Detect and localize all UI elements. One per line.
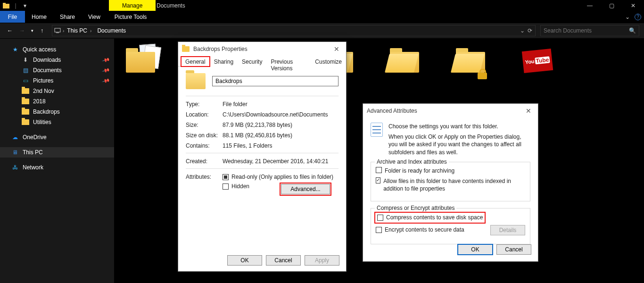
recent-locations-dropdown[interactable]: ▾ [29,25,35,36]
hidden-checkbox[interactable] [223,183,229,190]
svg-rect-3 [56,33,59,33]
search-box[interactable]: 🔍 [540,25,639,36]
maximize-button[interactable]: ▢ [601,0,622,11]
svg-rect-1 [3,3,6,4]
archive-index-group: Archive and Index attributes Folder is r… [371,162,530,202]
folder-item-locked[interactable] [453,43,490,81]
minimize-button[interactable]: — [579,0,601,11]
folder-icon [22,119,29,125]
network-icon: 🖧 [11,164,19,171]
file-tab[interactable]: File [0,11,25,23]
pictures-icon: ▭ [22,77,29,84]
settings-list-icon [371,123,383,137]
advanced-button[interactable]: Advanced... [281,184,330,194]
pc-icon: 🖥 [11,149,19,156]
folder-item-youtube[interactable]: YouTube [519,43,556,81]
search-icon[interactable]: 🔍 [629,27,636,34]
sidebar-2nd-nov[interactable]: 2nd Nov [0,86,114,96]
nav-tree: ★Quick access ⬇Downloads📌 ▤Documents📌 ▭P… [0,39,115,283]
breadcrumb[interactable]: › This PC› Documents ⌄ ⟳ [52,25,536,36]
archive-checkbox[interactable] [376,167,382,173]
home-tab[interactable]: Home [25,11,53,23]
back-button[interactable]: ← [5,25,15,36]
sidebar-utilities[interactable]: Utilities [0,117,114,127]
cloud-icon: ☁ [11,133,19,141]
sidebar-quick-access[interactable]: ★Quick access [0,44,114,55]
encrypt-checkbox[interactable] [376,227,382,233]
pin-icon: 📌 [102,66,111,75]
label-type: Type: [186,101,223,108]
star-icon: ★ [11,46,19,53]
refresh-icon[interactable]: ⟳ [528,27,532,34]
sidebar-this-pc[interactable]: 🖥This PC [0,147,114,158]
label-contains: Contains: [186,142,223,149]
tab-sharing[interactable]: Sharing [210,57,238,67]
sidebar-backdrops[interactable]: Backdrops [0,107,114,117]
value-created: Wednesday, 21 December 2016, 14:40:21 [223,158,339,165]
help-icon[interactable]: ? [635,14,641,20]
share-tab[interactable]: Share [53,11,82,23]
forward-button[interactable]: → [17,25,27,36]
dialog-title: Advanced Attributes [367,108,417,114]
value-contains: 115 Files, 1 Folders [223,142,339,149]
crumb-this-pc[interactable]: This PC› [64,27,94,34]
search-input[interactable] [544,27,619,34]
up-button[interactable]: ↑ [37,25,47,36]
tab-customize[interactable]: Customize [311,57,346,67]
sidebar-2018[interactable]: 2018 [0,96,114,107]
compress-checkbox[interactable] [377,215,383,221]
value-location: C:\Users\Downloadsource.net\Documents [223,111,339,118]
address-dropdown-icon[interactable]: ⌄ [520,27,525,34]
group-label: Archive and Index attributes [375,158,449,165]
contextual-tab-manage[interactable]: Manage [109,0,156,11]
window-title: Documents [157,2,185,9]
close-icon[interactable]: ✕ [523,107,534,115]
archive-label: Folder is ready for archiving [385,167,454,175]
cancel-button[interactable]: Cancel [266,255,301,266]
close-button[interactable]: ✕ [622,0,644,11]
folder-item[interactable] [387,43,424,81]
tab-previous-versions[interactable]: Previous Versions [266,57,311,67]
sidebar-pictures[interactable]: ▭Pictures📌 [0,75,114,86]
folder-item[interactable] [123,43,160,81]
index-label: Allow files in this folder to have conte… [383,177,525,192]
folder-icon [186,73,206,89]
folder-icon [182,46,190,52]
ok-button[interactable]: OK [227,255,262,266]
value-type: File folder [223,101,339,108]
svg-rect-2 [55,28,60,32]
titlebar: | ▾ Manage Documents — ▢ ✕ [0,0,644,11]
hidden-label: Hidden [231,183,249,190]
sidebar-network[interactable]: 🖧Network [0,162,114,173]
properties-dialog: Backdrops Properties ✕ General Sharing S… [178,42,347,272]
view-tab[interactable]: View [82,11,107,23]
apply-button[interactable]: Apply [305,255,339,266]
folder-name-input[interactable] [212,76,339,86]
ribbon-expand-icon[interactable]: ⌄ [625,14,630,20]
picture-tools-tab[interactable]: Picture Tools [107,11,154,23]
compress-encrypt-group: Compress or Encrypt attributes Compress … [371,208,530,244]
sidebar-onedrive[interactable]: ☁OneDrive [0,132,114,142]
ok-button[interactable]: OK [458,244,493,255]
cancel-button[interactable]: Cancel [496,244,531,255]
folder-icon [22,99,29,104]
sidebar-downloads[interactable]: ⬇Downloads📌 [0,55,114,65]
dialog-buttons: OK Cancel [458,244,531,255]
group-label: Compress or Encrypt attributes [375,205,456,211]
crumb-documents[interactable]: Documents [94,27,129,34]
dialog-title: Backdrops Properties [193,46,248,52]
folder-icon [22,88,29,94]
index-checkbox[interactable] [376,177,380,183]
sidebar-documents[interactable]: ▤Documents📌 [0,65,114,75]
dialog-titlebar[interactable]: Backdrops Properties ✕ [178,42,346,56]
tab-general[interactable]: General [181,57,210,67]
pin-icon: 📌 [102,56,111,64]
download-icon: ⬇ [22,56,29,64]
tab-security[interactable]: Security [238,57,266,67]
close-icon[interactable]: ✕ [331,45,342,53]
value-size-on-disk: 88.1 MB (92,450,816 bytes) [223,132,339,139]
readonly-checkbox[interactable] [223,174,229,180]
youtube-icon: YouTube [522,49,553,73]
qat-dropdown-icon[interactable]: ▾ [21,1,29,10]
dialog-titlebar[interactable]: Advanced Attributes ✕ [363,104,538,118]
